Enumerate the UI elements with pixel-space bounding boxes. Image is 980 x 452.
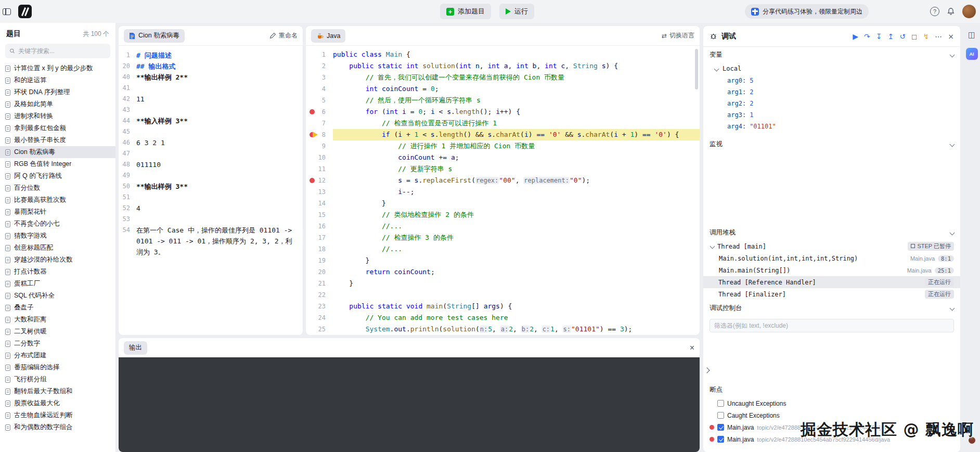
code-line[interactable]: 17 // 检查操作 3 的条件: [306, 232, 700, 243]
gutter[interactable]: 25: [306, 324, 333, 335]
code-line[interactable]: 8 if (i + 1 < s.length() && s.charAt(i) …: [306, 129, 700, 140]
sidebar-item[interactable]: 计算位置 x 到 y 的最少步数: [0, 62, 115, 74]
gutter[interactable]: 16: [306, 221, 333, 232]
continue-icon[interactable]: ▶: [853, 33, 858, 40]
sidebar-item[interactable]: 番茄编辑的选择: [0, 361, 115, 373]
gutter[interactable]: 18: [306, 243, 333, 255]
code-line[interactable]: 22: [306, 289, 700, 301]
thread-row[interactable]: Thread [Reference Handler]正在运行: [703, 276, 960, 288]
code-line[interactable]: 6 for (int i = 0; i < s.length(); i++) {: [306, 106, 700, 118]
code-line[interactable]: 5 // 然后，使用一个循环遍历字符串 s: [306, 95, 700, 106]
gutter[interactable]: 17: [306, 232, 333, 243]
step-into-icon[interactable]: ↧: [876, 33, 882, 40]
code-line[interactable]: 12 s = s.replaceFirst(regex:"00", replac…: [306, 175, 700, 186]
thread-row[interactable]: Thread [main]STEP 已暂停: [703, 240, 960, 252]
sidebar-item[interactable]: 分布式团建: [0, 350, 115, 361]
close-icon[interactable]: ×: [948, 33, 954, 40]
section-console[interactable]: 调试控制台: [703, 300, 960, 316]
code-line[interactable]: 10 coinCount += a;: [306, 152, 700, 163]
bell-icon[interactable]: [947, 7, 955, 16]
hot-reload-icon[interactable]: ↯: [923, 33, 930, 40]
gutter[interactable]: 19: [306, 255, 333, 266]
output-console[interactable]: [119, 357, 700, 452]
checkbox[interactable]: [717, 400, 724, 407]
code-line[interactable]: 16 //...: [306, 221, 700, 232]
sidebar-item[interactable]: 古生物血缘远近判断: [0, 409, 115, 421]
gutter[interactable]: 21: [306, 278, 333, 289]
switch-language-button[interactable]: ⇄ 切换语言: [662, 31, 694, 40]
rename-button[interactable]: 重命名: [269, 31, 298, 40]
gutter[interactable]: 7: [306, 118, 333, 129]
sidebar-item[interactable]: 和为偶数的数字组合: [0, 421, 115, 433]
checkbox[interactable]: [717, 436, 724, 443]
code-line[interactable]: 14 }: [306, 198, 700, 209]
thread-row[interactable]: Thread [Finalizer]正在运行: [703, 288, 960, 300]
panel-toggle-icon[interactable]: ◫: [968, 30, 975, 40]
sidebar-item[interactable]: 拿到最多红包金额: [0, 122, 115, 134]
restart-icon[interactable]: ↺: [899, 33, 906, 40]
checkbox[interactable]: [717, 424, 724, 431]
sidebar-item[interactable]: 环状 DNA 序列整理: [0, 86, 115, 98]
code-line[interactable]: 18 //...: [306, 243, 700, 255]
variable-row[interactable]: arg4:"01101": [703, 121, 960, 132]
sidebar-item[interactable]: 蛋糕工厂: [0, 278, 115, 290]
help-icon[interactable]: ?: [930, 7, 939, 16]
gutter[interactable]: 24: [306, 312, 333, 324]
ai-assistant-icon[interactable]: AI: [966, 48, 978, 60]
sidebar-item[interactable]: 不再贪心的小七: [0, 218, 115, 230]
language-tab[interactable]: Java: [311, 29, 345, 43]
sidebar-item[interactable]: 二叉树供暖: [0, 326, 115, 338]
code-line[interactable]: 20 return coinCount;: [306, 266, 700, 278]
console-filter-input[interactable]: [710, 319, 954, 332]
editor-scrollbar[interactable]: [695, 49, 698, 89]
section-watch[interactable]: 监视: [703, 136, 960, 152]
sidebar-item[interactable]: 股票收益最大化: [0, 397, 115, 409]
sidebar-item[interactable]: 和的逆运算: [0, 74, 115, 86]
stack-frame[interactable]: Main.main(String[])Main.java25:1: [703, 264, 960, 276]
variable-row[interactable]: arg1:2: [703, 86, 960, 98]
breakpoint-icon[interactable]: [310, 109, 315, 114]
step-over-icon[interactable]: ↷: [864, 33, 870, 40]
sidebar-item[interactable]: 阿 Q 的飞行路线: [0, 170, 115, 182]
sidebar-item[interactable]: 比赛最高获胜次数: [0, 194, 115, 206]
variable-row[interactable]: arg0:5: [703, 75, 960, 86]
code-line[interactable]: 4 int coinCount = 0;: [306, 83, 700, 95]
close-icon[interactable]: ×: [690, 344, 694, 352]
code-line[interactable]: 2 public static int solution(int n, int …: [306, 60, 700, 72]
gutter[interactable]: 10: [306, 152, 333, 163]
search-box[interactable]: [5, 44, 110, 58]
gutter[interactable]: 3: [306, 72, 333, 83]
code-line[interactable]: 19 }: [306, 255, 700, 266]
sidebar-item[interactable]: 穿越沙漠的补给次数: [0, 254, 115, 266]
sidebar-item[interactable]: 大数和距离: [0, 314, 115, 326]
variable-row[interactable]: arg3:1: [703, 109, 960, 121]
sidebar-item[interactable]: 最小替换子串长度: [0, 134, 115, 146]
add-problem-button[interactable]: + 添加题目: [440, 4, 491, 19]
breakpoint-row[interactable]: Uncaught Exceptions: [703, 397, 960, 409]
sidebar-item[interactable]: 飞行棋分组: [0, 373, 115, 385]
code-line[interactable]: 13 i--;: [306, 186, 700, 198]
sidebar-item[interactable]: 创意标题匹配: [0, 242, 115, 254]
sidebar-item[interactable]: 翻转后最大子数组和: [0, 385, 115, 397]
step-out-icon[interactable]: ↥: [887, 33, 894, 40]
promo-banner[interactable]: 分享代码练习体验，领限量定制周边: [745, 4, 869, 19]
sidebar-item[interactable]: 猜数字游戏: [0, 230, 115, 242]
gutter[interactable]: 22: [306, 289, 333, 301]
app-logo[interactable]: [18, 5, 32, 18]
scope-local[interactable]: Local: [703, 62, 960, 75]
gutter[interactable]: 14: [306, 198, 333, 209]
section-callstack[interactable]: 调用堆栈: [703, 225, 960, 240]
gutter[interactable]: 5: [306, 95, 333, 106]
code-line[interactable]: 11 // 更新字符串 s: [306, 163, 700, 175]
code-line[interactable]: 15 // 类似地检查操作 2 的条件: [306, 209, 700, 221]
gutter[interactable]: 11: [306, 163, 333, 175]
sidebar-item[interactable]: 打点计数器: [0, 266, 115, 278]
checkbox[interactable]: [717, 412, 724, 419]
breakpoint-icon[interactable]: [310, 178, 315, 183]
problem-tab[interactable]: Cion 勒索病毒: [124, 29, 185, 43]
section-breakpoints[interactable]: 断点: [703, 382, 960, 397]
code-lines[interactable]: 1public class Main {2 public static int …: [306, 46, 700, 335]
collapse-sidebar-icon[interactable]: [3, 8, 11, 15]
code-line[interactable]: 1public class Main {: [306, 49, 700, 60]
stack-frame[interactable]: Main.solution(int,int,int,int,String)Mai…: [703, 252, 960, 264]
